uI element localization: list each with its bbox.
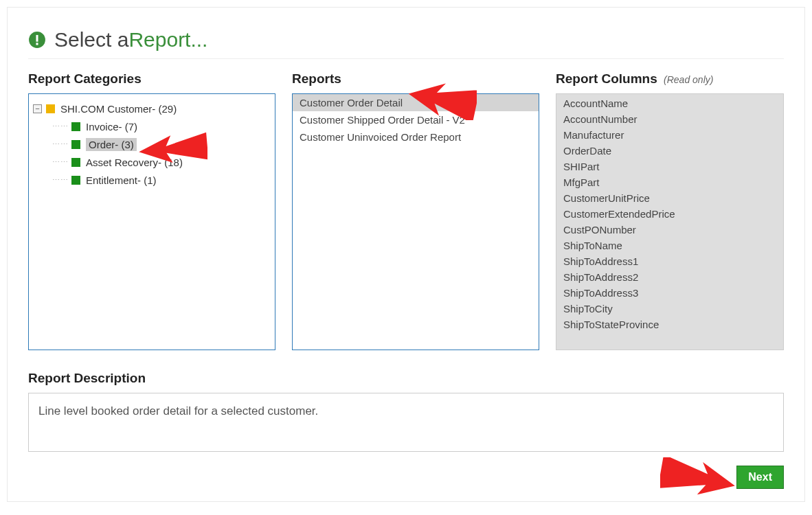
readonly-label: (Read only) [664,74,713,85]
description-box: Line level booked order detail for a sel… [28,393,784,452]
title-highlight: Report [128,28,190,52]
annotation-arrow-icon [660,457,736,501]
category-icon [71,176,80,185]
column-item: CustomerExtendedPrice [556,206,783,222]
description-header: Report Description [28,371,784,386]
tree-branch-icon: ⋯⋯ [52,176,69,185]
column-item: ShipToAddress2 [556,269,783,285]
column-item: ShipToAddress3 [556,285,783,301]
categories-panel: − SHI.COM Customer- (29) ⋯⋯ Invoice- (7)… [28,93,275,350]
report-item-customer-uninvoiced-order-report[interactable]: Customer Uninvoiced Order Report [293,128,539,146]
tree-item-label[interactable]: Asset Recovery- (18) [86,157,183,168]
column-item: ShipToStateProvince [556,317,783,332]
description-text: Line level booked order detail for a sel… [38,404,318,417]
alert-circle-icon [28,31,46,49]
tree-branch-icon: ⋯⋯ [52,158,69,167]
column-item: SHIPart [556,159,783,174]
column-item: ShipToName [556,238,783,253]
folder-icon [46,104,55,113]
title-suffix: ... [190,28,207,52]
svg-rect-2 [36,43,38,45]
column-item: MfgPart [556,174,783,190]
collapse-icon[interactable]: − [33,104,42,113]
category-icon [71,158,80,167]
tree-item-label[interactable]: Order- (3) [86,138,137,151]
reports-panel: Customer Order Detail Customer Shipped O… [292,93,539,350]
column-item: CustPONumber [556,222,783,238]
category-icon [71,122,80,131]
columns-header: Report Columns (Read only) [556,71,784,87]
column-item: OrderDate [556,143,783,159]
tree-item-label[interactable]: Entitlement- (1) [86,174,157,186]
columns-panel[interactable]: AccountName AccountNumber Manufacturer O… [556,93,784,350]
next-button[interactable]: Next [736,466,784,489]
tree-item-order[interactable]: ⋯⋯ Order- (3) [52,135,271,153]
column-item: CustomerUnitPrice [556,190,783,206]
tree-root-label[interactable]: SHI.COM Customer- (29) [60,103,177,115]
tree-branch-icon: ⋯⋯ [52,140,69,149]
column-item: ShipToAddress1 [556,253,783,269]
column-item: AccountNumber [556,111,783,127]
page-title: Select a Report ... [28,28,784,59]
column-item: AccountName [556,95,783,111]
reports-header: Reports [292,71,539,87]
categories-header: Report Categories [28,71,275,87]
tree-item-asset-recovery[interactable]: ⋯⋯ Asset Recovery- (18) [52,153,271,171]
column-item: Manufacturer [556,127,783,143]
tree-item-invoice[interactable]: ⋯⋯ Invoice- (7) [52,117,271,135]
tree-item-label[interactable]: Invoice- (7) [86,121,137,133]
tree-root[interactable]: − SHI.COM Customer- (29) [33,100,271,117]
category-icon [71,140,80,149]
svg-rect-1 [36,35,38,42]
column-item: ShipToCity [556,301,783,317]
tree-branch-icon: ⋯⋯ [52,122,69,131]
title-prefix: Select a [54,28,128,52]
report-item-customer-shipped-order-detail[interactable]: Customer Shipped Order Detail - V2 [293,111,539,128]
tree-item-entitlement[interactable]: ⋯⋯ Entitlement- (1) [52,171,271,189]
report-item-customer-order-detail[interactable]: Customer Order Detail [293,94,539,111]
